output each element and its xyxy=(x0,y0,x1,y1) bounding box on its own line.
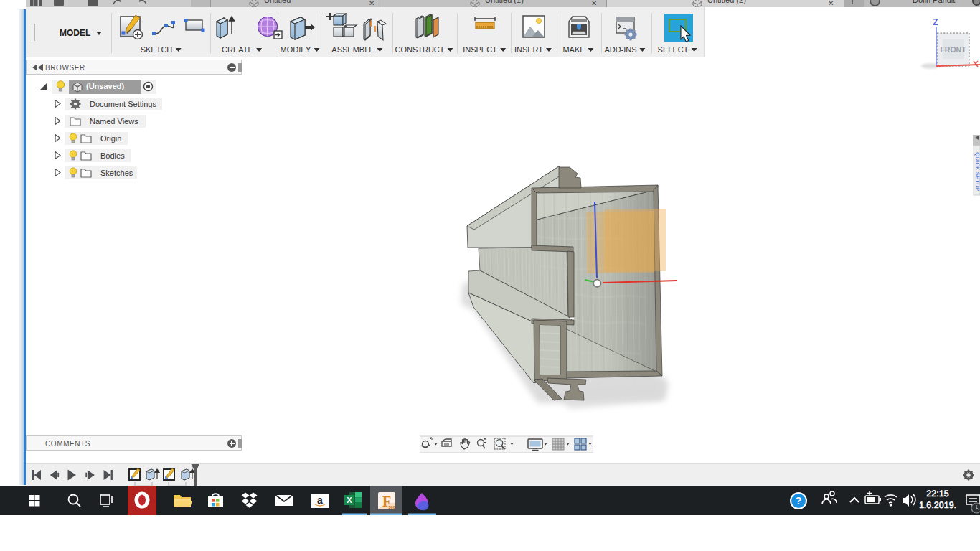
svg-text:Z: Z xyxy=(933,17,938,27)
svg-text:360: 360 xyxy=(388,505,395,509)
svg-text:1.6.2019.: 1.6.2019. xyxy=(919,500,956,510)
svg-text:22:15: 22:15 xyxy=(926,489,948,499)
svg-text:a: a xyxy=(317,494,323,506)
svg-text:QUICK SETUP: QUICK SETUP xyxy=(974,152,980,191)
svg-text:?: ? xyxy=(796,495,802,507)
svg-text:FRONT: FRONT xyxy=(940,45,966,54)
svg-text:X: X xyxy=(347,496,352,504)
